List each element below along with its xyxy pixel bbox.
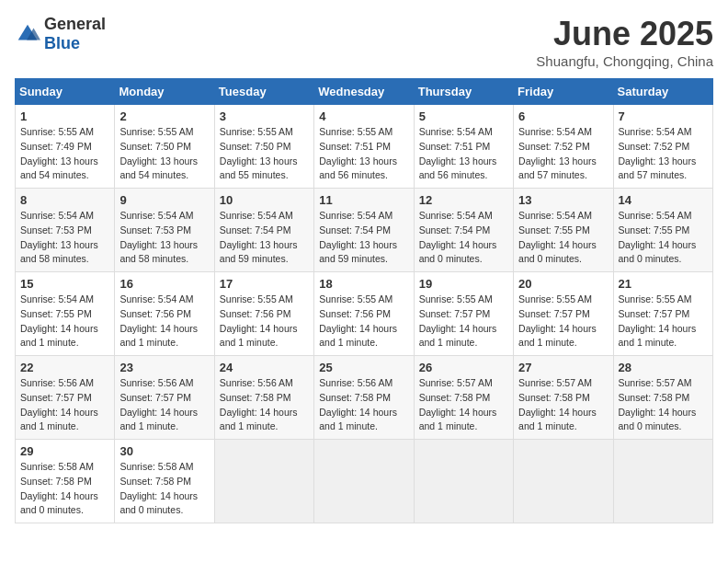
header-sunday: Sunday <box>16 79 115 105</box>
day-number: 28 <box>619 361 708 374</box>
day-number: 24 <box>220 361 309 374</box>
daylight-label: Daylight: 13 hours and 56 minutes. <box>319 155 397 181</box>
day-info: Sunrise: 5:58 AM Sunset: 7:58 PM Dayligh… <box>119 460 209 518</box>
sunrise-label: Sunrise: 5:56 AM <box>319 377 392 388</box>
sunrise-label: Sunrise: 5:54 AM <box>20 293 94 304</box>
table-row: 9 Sunrise: 5:54 AM Sunset: 7:53 PM Dayli… <box>115 189 214 272</box>
logo-general: General <box>44 15 106 33</box>
calendar-week-row: 29 Sunrise: 5:58 AM Sunset: 7:58 PM Dayl… <box>16 440 713 523</box>
sunset-label: Sunset: 7:50 PM <box>119 141 191 152</box>
day-number: 11 <box>319 193 408 207</box>
table-row: 3 Sunrise: 5:55 AM Sunset: 7:50 PM Dayli… <box>214 105 313 189</box>
day-number: 8 <box>20 193 109 207</box>
day-number: 9 <box>119 193 209 207</box>
day-number: 5 <box>419 109 508 123</box>
day-number: 1 <box>20 109 109 123</box>
daylight-label: Daylight: 14 hours and 1 minute. <box>119 407 198 432</box>
sunrise-label: Sunrise: 5:54 AM <box>518 126 592 137</box>
table-row: 29 Sunrise: 5:58 AM Sunset: 7:58 PM Dayl… <box>16 440 115 523</box>
sunset-label: Sunset: 7:54 PM <box>319 224 391 236</box>
daylight-label: Daylight: 14 hours and 1 minute. <box>20 323 98 349</box>
daylight-label: Daylight: 13 hours and 59 minutes. <box>220 239 298 265</box>
table-row <box>314 440 414 523</box>
day-info: Sunrise: 5:57 AM Sunset: 7:58 PM Dayligh… <box>518 376 608 434</box>
day-info: Sunrise: 5:55 AM Sunset: 7:56 PM Dayligh… <box>220 293 309 350</box>
sunset-label: Sunset: 7:57 PM <box>119 392 191 403</box>
title-area: June 2025 Shuangfu, Chongqing, China <box>536 15 713 69</box>
day-info: Sunrise: 5:54 AM Sunset: 7:54 PM Dayligh… <box>319 209 408 267</box>
sunrise-label: Sunrise: 5:55 AM <box>220 293 293 304</box>
daylight-label: Daylight: 14 hours and 1 minute. <box>419 407 497 432</box>
table-row: 10 Sunrise: 5:54 AM Sunset: 7:54 PM Dayl… <box>214 189 313 272</box>
table-row: 2 Sunrise: 5:55 AM Sunset: 7:50 PM Dayli… <box>115 105 214 189</box>
day-info: Sunrise: 5:54 AM Sunset: 7:55 PM Dayligh… <box>518 209 608 267</box>
sunset-label: Sunset: 7:57 PM <box>419 308 491 319</box>
sunset-label: Sunset: 7:50 PM <box>220 141 291 152</box>
sunset-label: Sunset: 7:57 PM <box>619 308 690 319</box>
daylight-label: Daylight: 13 hours and 59 minutes. <box>319 239 397 265</box>
sunrise-label: Sunrise: 5:57 AM <box>518 377 592 388</box>
day-info: Sunrise: 5:55 AM Sunset: 7:57 PM Dayligh… <box>419 293 508 350</box>
sunset-label: Sunset: 7:58 PM <box>220 392 291 403</box>
sunset-label: Sunset: 7:56 PM <box>220 308 291 319</box>
calendar-table: Sunday Monday Tuesday Wednesday Thursday… <box>15 78 713 523</box>
sunset-label: Sunset: 7:57 PM <box>518 308 590 319</box>
table-row: 16 Sunrise: 5:54 AM Sunset: 7:56 PM Dayl… <box>115 272 214 356</box>
day-number: 16 <box>119 277 209 291</box>
header-tuesday: Tuesday <box>214 79 313 105</box>
calendar-week-row: 22 Sunrise: 5:56 AM Sunset: 7:57 PM Dayl… <box>16 356 713 440</box>
sunset-label: Sunset: 7:53 PM <box>119 224 191 236</box>
sunrise-label: Sunrise: 5:54 AM <box>419 126 493 137</box>
table-row: 8 Sunrise: 5:54 AM Sunset: 7:53 PM Dayli… <box>16 189 115 272</box>
daylight-label: Daylight: 14 hours and 0 minutes. <box>619 407 697 432</box>
day-info: Sunrise: 5:54 AM Sunset: 7:52 PM Dayligh… <box>619 125 708 183</box>
table-row: 1 Sunrise: 5:55 AM Sunset: 7:49 PM Dayli… <box>16 105 115 189</box>
table-row: 23 Sunrise: 5:56 AM Sunset: 7:57 PM Dayl… <box>115 356 214 440</box>
sunrise-label: Sunrise: 5:57 AM <box>619 377 692 388</box>
day-number: 4 <box>319 109 408 123</box>
header-row: Sunday Monday Tuesday Wednesday Thursday… <box>16 79 713 105</box>
calendar-title: June 2025 <box>536 15 713 53</box>
sunrise-label: Sunrise: 5:56 AM <box>119 377 193 388</box>
day-info: Sunrise: 5:55 AM Sunset: 7:50 PM Dayligh… <box>119 125 209 183</box>
daylight-label: Daylight: 14 hours and 0 minutes. <box>419 239 497 265</box>
day-number: 3 <box>220 109 309 123</box>
day-info: Sunrise: 5:56 AM Sunset: 7:58 PM Dayligh… <box>319 376 408 434</box>
sunset-label: Sunset: 7:58 PM <box>419 392 491 403</box>
daylight-label: Daylight: 14 hours and 1 minute. <box>220 407 298 432</box>
table-row: 18 Sunrise: 5:55 AM Sunset: 7:56 PM Dayl… <box>314 272 414 356</box>
day-info: Sunrise: 5:54 AM Sunset: 7:55 PM Dayligh… <box>619 209 708 267</box>
sunrise-label: Sunrise: 5:54 AM <box>419 210 493 221</box>
header-monday: Monday <box>115 79 214 105</box>
header-thursday: Thursday <box>414 79 513 105</box>
sunset-label: Sunset: 7:53 PM <box>20 224 92 236</box>
daylight-label: Daylight: 14 hours and 1 minute. <box>518 407 597 432</box>
day-number: 27 <box>518 361 608 374</box>
table-row: 5 Sunrise: 5:54 AM Sunset: 7:51 PM Dayli… <box>414 105 513 189</box>
table-row: 15 Sunrise: 5:54 AM Sunset: 7:55 PM Dayl… <box>16 272 115 356</box>
table-row: 14 Sunrise: 5:54 AM Sunset: 7:55 PM Dayl… <box>613 189 712 272</box>
table-row: 12 Sunrise: 5:54 AM Sunset: 7:54 PM Dayl… <box>414 189 513 272</box>
sunset-label: Sunset: 7:58 PM <box>20 476 92 487</box>
day-number: 22 <box>20 361 109 374</box>
table-row: 7 Sunrise: 5:54 AM Sunset: 7:52 PM Dayli… <box>613 105 712 189</box>
daylight-label: Daylight: 14 hours and 0 minutes. <box>518 239 597 265</box>
day-info: Sunrise: 5:55 AM Sunset: 7:56 PM Dayligh… <box>319 293 408 350</box>
header-saturday: Saturday <box>613 79 712 105</box>
day-number: 26 <box>419 361 508 374</box>
sunrise-label: Sunrise: 5:56 AM <box>220 377 293 388</box>
daylight-label: Daylight: 13 hours and 57 minutes. <box>619 155 697 181</box>
table-row <box>613 440 712 523</box>
sunrise-label: Sunrise: 5:55 AM <box>220 126 293 137</box>
day-number: 20 <box>518 277 608 291</box>
logo-icon <box>15 21 40 47</box>
day-info: Sunrise: 5:58 AM Sunset: 7:58 PM Dayligh… <box>20 460 109 518</box>
table-row <box>414 440 513 523</box>
table-row: 13 Sunrise: 5:54 AM Sunset: 7:55 PM Dayl… <box>514 189 613 272</box>
table-row: 27 Sunrise: 5:57 AM Sunset: 7:58 PM Dayl… <box>514 356 613 440</box>
calendar-subtitle: Shuangfu, Chongqing, China <box>536 53 713 69</box>
day-info: Sunrise: 5:55 AM Sunset: 7:51 PM Dayligh… <box>319 125 408 183</box>
daylight-label: Daylight: 14 hours and 1 minute. <box>319 323 397 349</box>
sunrise-label: Sunrise: 5:54 AM <box>619 210 692 221</box>
logo-blue: Blue <box>44 34 80 52</box>
